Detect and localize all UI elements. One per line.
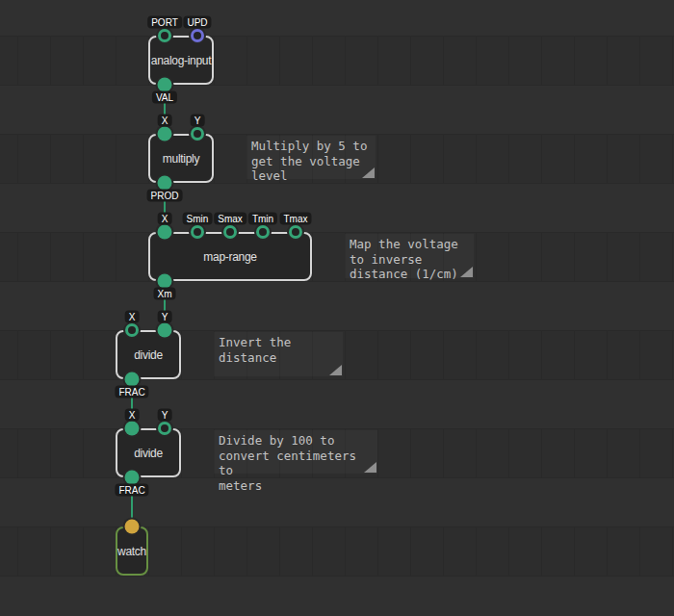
port-map-range-Smin[interactable]: [191, 225, 204, 239]
port-label: X: [125, 311, 140, 323]
port-divide-1-X[interactable]: [125, 323, 139, 337]
port-divide-1-Y[interactable]: [158, 323, 172, 338]
port-divide-2-FRAC[interactable]: [125, 471, 140, 485]
port-multiply-X[interactable]: [158, 127, 172, 141]
port-label: PORT: [147, 16, 182, 29]
port-label: Y: [158, 409, 172, 422]
port-label: PROD: [147, 190, 183, 202]
node-label: map-range: [144, 250, 316, 264]
nodes-layer: analog-inputPORTUPDVALmultiplyXYPRODmap-…: [0, 0, 674, 616]
port-map-range-Tmin[interactable]: [256, 225, 270, 239]
node-map-range[interactable]: map-rangeXSminSmaxTminTmaxXm: [148, 232, 312, 281]
port-divide-1-FRAC[interactable]: [125, 372, 140, 387]
node-watch[interactable]: watch: [116, 526, 148, 576]
port-label: UPD: [183, 16, 211, 29]
port-divide-2-Y[interactable]: [158, 422, 171, 435]
node-divide-1[interactable]: divideXYFRAC: [116, 330, 181, 379]
port-label: VAL: [152, 91, 177, 104]
port-label: Y: [158, 311, 172, 323]
port-label: Tmin: [248, 213, 277, 225]
port-label: FRAC: [115, 484, 148, 497]
port-divide-2-X[interactable]: [125, 422, 140, 436]
port-label: Smin: [183, 213, 213, 225]
port-analog-input-PORT[interactable]: [158, 29, 171, 42]
node-label: analog-input: [144, 54, 218, 67]
node-label: multiply: [144, 152, 218, 166]
patch-canvas[interactable]: Multiply by 5 toget the voltagelevelMap …: [0, 0, 674, 616]
port-map-range-Xm[interactable]: [158, 274, 172, 289]
node-analog-input[interactable]: analog-inputPORTUPDVAL: [148, 36, 214, 85]
port-map-range-Tmax[interactable]: [289, 225, 302, 239]
node-label: divide: [112, 348, 185, 362]
port-label: FRAC: [115, 386, 148, 398]
port-multiply-Y[interactable]: [191, 127, 204, 141]
port-label: X: [158, 213, 172, 225]
port-map-range-Smax[interactable]: [223, 225, 237, 239]
port-label: X: [158, 115, 172, 127]
port-watch-in[interactable]: [125, 520, 140, 534]
port-label: Xm: [154, 288, 176, 300]
port-label: Tmax: [280, 213, 312, 225]
port-analog-input-VAL[interactable]: [158, 78, 172, 92]
node-label: watch: [112, 545, 152, 558]
node-divide-2[interactable]: divideXYFRAC: [116, 428, 181, 477]
node-multiply[interactable]: multiplyXYPROD: [148, 134, 214, 183]
port-label: X: [125, 409, 140, 422]
port-analog-input-UPD[interactable]: [191, 29, 204, 42]
port-multiply-PROD[interactable]: [158, 176, 172, 191]
port-map-range-X[interactable]: [158, 225, 172, 240]
port-label: Smax: [214, 213, 246, 225]
node-label: divide: [112, 447, 185, 460]
port-label: Y: [191, 115, 205, 127]
